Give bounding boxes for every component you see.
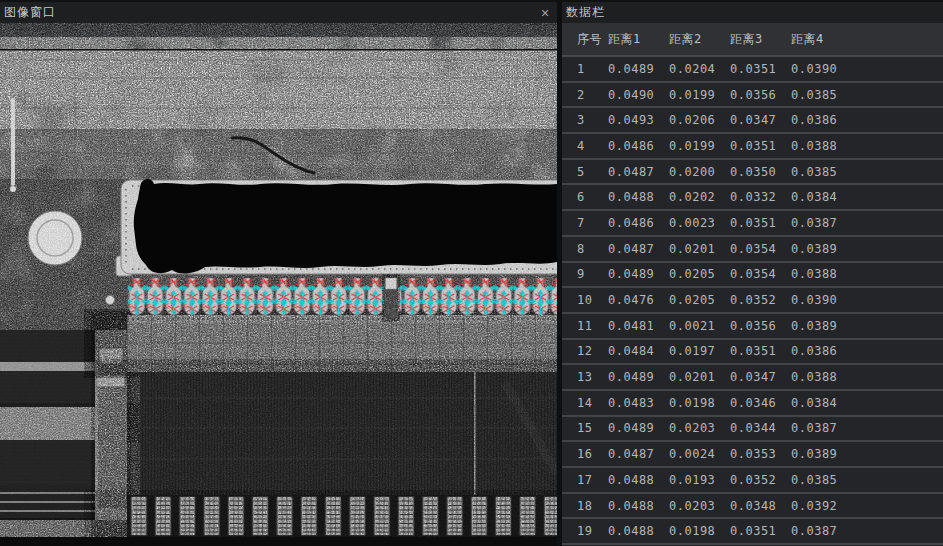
table-row[interactable]: 30.04930.02060.03470.0386 — [562, 108, 943, 134]
column-header-serial: 序号 — [562, 31, 608, 48]
table-row[interactable]: 130.04890.02010.03470.0388 — [562, 365, 943, 391]
table-row[interactable]: 180.04880.02030.03480.0392 — [562, 494, 943, 520]
distance4-cell: 0.0384 — [791, 396, 852, 410]
serial-cell: 1 — [562, 62, 608, 76]
distance4-cell: 0.0388 — [791, 370, 852, 384]
distance4-cell: 0.0384 — [791, 190, 852, 204]
distance3-cell: 0.0344 — [730, 421, 791, 435]
distance4-cell: 0.0386 — [791, 344, 852, 358]
serial-cell: 10 — [562, 293, 608, 307]
table-row[interactable]: 80.04870.02010.03540.0389 — [562, 237, 943, 263]
table-row[interactable]: 50.04870.02000.03500.0385 — [562, 160, 943, 186]
data-panel: 数据栏 序号 距离1 距离2 距离3 距离4 10.04890.02040.03… — [562, 0, 943, 546]
close-icon[interactable]: × — [537, 5, 553, 21]
distance2-cell: 0.0201 — [669, 370, 730, 384]
table-row[interactable]: 150.04890.02030.03440.0387 — [562, 417, 943, 443]
distance2-cell: 0.0202 — [669, 190, 730, 204]
image-window-titlebar: 图像窗口 × — [0, 0, 557, 23]
distance2-cell: 0.0204 — [669, 62, 730, 76]
table-row[interactable]: 20.04900.01990.03560.0385 — [562, 83, 943, 109]
distance3-cell: 0.0354 — [730, 242, 791, 256]
distance4-cell: 0.0389 — [791, 319, 852, 333]
distance2-cell: 0.0201 — [669, 242, 730, 256]
distance4-cell: 0.0385 — [791, 473, 852, 487]
data-panel-title: 数据栏 — [562, 4, 605, 21]
table-row[interactable]: 10.04890.02040.03510.0390 — [562, 57, 943, 83]
distance1-cell: 0.0486 — [608, 139, 669, 153]
table-header: 序号 距离1 距离2 距离3 距离4 — [562, 23, 943, 57]
serial-cell: 4 — [562, 139, 608, 153]
distance3-cell: 0.0332 — [730, 190, 791, 204]
serial-cell: 3 — [562, 113, 608, 127]
table-body: 10.04890.02040.03510.039020.04900.01990.… — [562, 57, 943, 546]
distance3-cell: 0.0353 — [730, 447, 791, 461]
transparency-checkerboard — [0, 23, 557, 50]
image-bottom-strip — [0, 537, 557, 546]
distance2-cell: 0.0206 — [669, 113, 730, 127]
distance3-cell: 0.0351 — [730, 139, 791, 153]
distance1-cell: 0.0489 — [608, 370, 669, 384]
table-row[interactable]: 70.04860.00230.03510.0387 — [562, 211, 943, 237]
distance1-cell: 0.0488 — [608, 190, 669, 204]
table-row[interactable]: 100.04760.02050.03520.0390 — [562, 288, 943, 314]
distance2-cell: 0.0199 — [669, 139, 730, 153]
serial-cell: 13 — [562, 370, 608, 384]
distance1-cell: 0.0487 — [608, 447, 669, 461]
distance1-cell: 0.0493 — [608, 113, 669, 127]
distance3-cell: 0.0352 — [730, 293, 791, 307]
table-row[interactable]: 120.04840.01970.03510.0386 — [562, 340, 943, 366]
distance1-cell: 0.0487 — [608, 165, 669, 179]
table-row[interactable]: 110.04810.00210.03560.0389 — [562, 314, 943, 340]
distance1-cell: 0.0487 — [608, 242, 669, 256]
distance4-cell: 0.0388 — [791, 267, 852, 281]
distance2-cell: 0.0193 — [669, 473, 730, 487]
serial-cell: 7 — [562, 216, 608, 230]
serial-cell: 18 — [562, 499, 608, 513]
serial-cell: 17 — [562, 473, 608, 487]
serial-cell: 11 — [562, 319, 608, 333]
distance3-cell: 0.0354 — [730, 267, 791, 281]
distance3-cell: 0.0351 — [730, 344, 791, 358]
distance3-cell: 0.0352 — [730, 473, 791, 487]
distance2-cell: 0.0203 — [669, 421, 730, 435]
column-header-distance3: 距离3 — [730, 31, 791, 48]
table-row[interactable]: 60.04880.02020.03320.0384 — [562, 185, 943, 211]
distance3-cell: 0.0350 — [730, 165, 791, 179]
distance2-cell: 0.0198 — [669, 524, 730, 538]
table-row[interactable]: 90.04890.02050.03540.0388 — [562, 263, 943, 289]
distance3-cell: 0.0347 — [730, 113, 791, 127]
distance4-cell: 0.0390 — [791, 293, 852, 307]
distance1-cell: 0.0481 — [608, 319, 669, 333]
serial-cell: 16 — [562, 447, 608, 461]
distance2-cell: 0.0197 — [669, 344, 730, 358]
distance2-cell: 0.0205 — [669, 267, 730, 281]
data-panel-titlebar: 数据栏 — [562, 0, 943, 23]
table-row[interactable]: 170.04880.01930.03520.0385 — [562, 468, 943, 494]
distance3-cell: 0.0351 — [730, 62, 791, 76]
serial-cell: 15 — [562, 421, 608, 435]
distance3-cell: 0.0347 — [730, 370, 791, 384]
table-row[interactable]: 140.04830.01980.03460.0384 — [562, 391, 943, 417]
distance1-cell: 0.0488 — [608, 524, 669, 538]
distance4-cell: 0.0387 — [791, 524, 852, 538]
serial-cell: 6 — [562, 190, 608, 204]
inspection-image[interactable] — [0, 23, 557, 546]
distance4-cell: 0.0387 — [791, 421, 852, 435]
distance1-cell: 0.0476 — [608, 293, 669, 307]
serial-cell: 9 — [562, 267, 608, 281]
distance1-cell: 0.0489 — [608, 62, 669, 76]
distance1-cell: 0.0486 — [608, 216, 669, 230]
table-row[interactable]: 40.04860.01990.03510.0388 — [562, 134, 943, 160]
distance2-cell: 0.0203 — [669, 499, 730, 513]
distance2-cell: 0.0023 — [669, 216, 730, 230]
distance2-cell: 0.0024 — [669, 447, 730, 461]
table-row[interactable]: 160.04870.00240.03530.0389 — [562, 442, 943, 468]
table-row[interactable]: 190.04880.01980.03510.0387 — [562, 519, 943, 545]
distance4-cell: 0.0387 — [791, 216, 852, 230]
image-window-title: 图像窗口 — [0, 4, 56, 21]
distance4-cell: 0.0390 — [791, 62, 852, 76]
image-viewport[interactable] — [0, 23, 557, 546]
serial-cell: 5 — [562, 165, 608, 179]
distance4-cell: 0.0389 — [791, 447, 852, 461]
distance1-cell: 0.0484 — [608, 344, 669, 358]
